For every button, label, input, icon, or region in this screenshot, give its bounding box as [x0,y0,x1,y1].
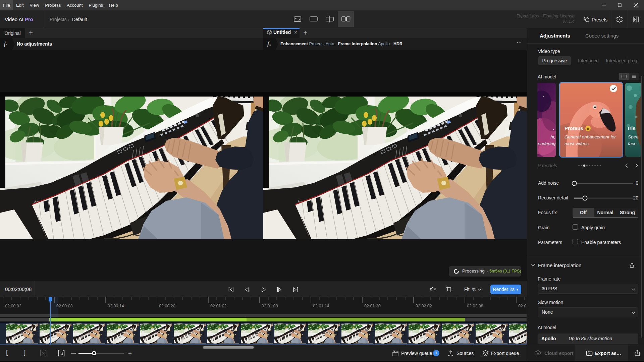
svg-text:02:00:08: 02:00:08 [56,304,73,308]
svg-text:★: ★ [586,127,590,131]
svg-text:02:00:20: 02:00:20 [159,304,175,308]
svg-text:02:01:08: 02:01:08 [262,304,278,308]
svg-text:02:02:02: 02:02:02 [416,304,432,308]
svg-text:02:01:14: 02:01:14 [313,304,329,308]
svg-text:General enhancement for: General enhancement for [565,134,616,139]
svg-text:Spee: Spee [628,134,639,139]
svg-text:endering: endering [538,141,555,146]
svg-text:face: face [628,141,637,146]
svg-text:most videos: most videos [565,141,589,146]
svg-text:Iris: Iris [628,125,636,131]
svg-text:02:01:02: 02:01:02 [210,304,227,308]
svg-text:ht,: ht, [550,134,555,139]
svg-text:02:00:02: 02:00:02 [5,304,21,308]
svg-text:02:02:08: 02:02:08 [467,304,483,308]
svg-text:02:00:14: 02:00:14 [108,304,124,308]
svg-text:Proteus: Proteus [565,125,583,131]
svg-text:02:01:20: 02:01:20 [364,304,381,308]
svg-text:02:02:14: 02:02:14 [518,304,527,308]
